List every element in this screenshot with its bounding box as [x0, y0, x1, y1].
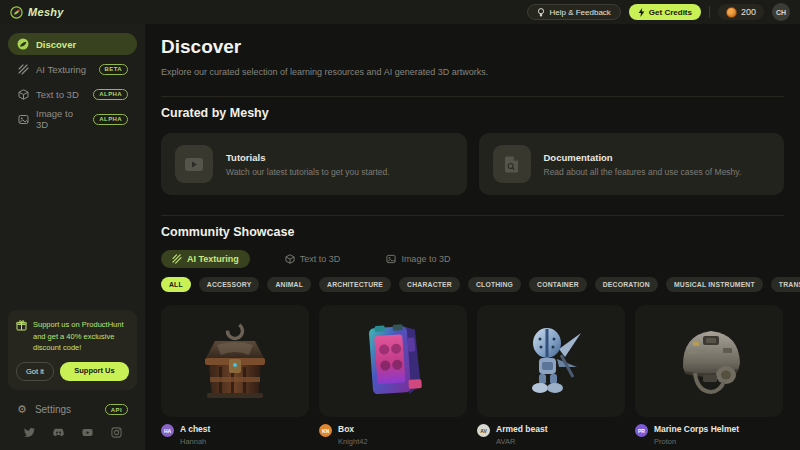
- item-author: AVAR: [496, 437, 548, 446]
- lightbulb-icon: [537, 8, 545, 17]
- image-icon: [17, 113, 29, 125]
- author-avatar[interactable]: PR: [635, 424, 648, 437]
- showcase-item-armed-beast[interactable]: AV Armed beast AVAR: [477, 305, 625, 446]
- filter-animal[interactable]: ANIMAL: [267, 277, 311, 292]
- discover-icon: [17, 38, 29, 50]
- helmet-graphic: [659, 315, 759, 407]
- section-divider: [161, 96, 784, 97]
- tab-label: AI Texturing: [187, 254, 239, 264]
- sidebar-item-label: Discover: [36, 39, 76, 50]
- meshy-app: Meshy Help & Feedback Get Credits 200: [0, 0, 800, 450]
- instagram-icon[interactable]: [111, 427, 122, 438]
- author-avatar[interactable]: KN: [319, 424, 332, 437]
- sidebar: Discover AI Texturing BETA: [0, 24, 145, 450]
- chest-graphic: [185, 315, 285, 407]
- gear-icon: ⚙: [17, 404, 27, 415]
- section-divider: [161, 215, 784, 216]
- settings-label: Settings: [35, 404, 71, 415]
- credits-count: 200: [741, 7, 756, 17]
- sidebar-item-label: Text to 3D: [36, 89, 79, 100]
- support-us-button[interactable]: Support Us: [60, 362, 129, 381]
- tab-image-to-3d[interactable]: Image to 3D: [375, 250, 461, 268]
- item-author: Proton: [654, 437, 739, 446]
- tab-text-to-3d[interactable]: Text to 3D: [274, 250, 352, 268]
- filter-transportation[interactable]: TRANSPORTATION: [771, 277, 800, 292]
- box-thumbnail[interactable]: [319, 305, 467, 417]
- filter-architecture[interactable]: ARCHITECTURE: [319, 277, 391, 292]
- texture-hatch-icon: [17, 63, 29, 75]
- item-title: Marine Corps Helmet: [654, 424, 739, 434]
- get-credits-button[interactable]: Get Credits: [629, 4, 701, 20]
- help-feedback-label: Help & Feedback: [549, 8, 610, 17]
- sidebar-item-ai-texturing[interactable]: AI Texturing BETA: [8, 58, 137, 80]
- social-links: [8, 427, 137, 438]
- beta-badge: BETA: [99, 64, 129, 75]
- alpha-badge: ALPHA: [93, 114, 128, 125]
- filter-container[interactable]: CONTAINER: [529, 277, 587, 292]
- meshy-logo-icon: [10, 6, 23, 19]
- help-feedback-button[interactable]: Help & Feedback: [527, 4, 620, 20]
- lightning-icon: [638, 8, 645, 17]
- got-it-button[interactable]: Got it: [16, 362, 54, 381]
- discord-icon[interactable]: [53, 427, 64, 438]
- tab-label: Text to 3D: [300, 254, 341, 264]
- showcase-tabs: AI Texturing Text to 3D Image to 3D: [161, 250, 784, 268]
- topbar: Meshy Help & Feedback Get Credits 200: [0, 0, 800, 24]
- showcase-item-chest[interactable]: HA A chest Hannah: [161, 305, 309, 446]
- youtube-icon[interactable]: [82, 427, 93, 438]
- tab-label: Image to 3D: [401, 254, 450, 264]
- tutorials-title: Tutorials: [226, 152, 390, 163]
- showcase-item-box[interactable]: KN Box Knight42: [319, 305, 467, 446]
- sidebar-item-image-to-3d[interactable]: Image to 3D ALPHA: [8, 108, 137, 130]
- filter-character[interactable]: CHARACTER: [399, 277, 460, 292]
- showcase-item-helmet[interactable]: PR Marine Corps Helmet Proton: [635, 305, 783, 446]
- armed-beast-graphic: [501, 315, 601, 407]
- producthunt-promo-card: Support us on ProductHunt and get a 40% …: [8, 310, 137, 390]
- filter-musical-instrument[interactable]: MUSICAL INSTRUMENT: [666, 277, 763, 292]
- twitter-icon[interactable]: [24, 427, 35, 438]
- credits-balance[interactable]: 200: [718, 4, 764, 20]
- filter-decoration[interactable]: DECORATION: [595, 277, 658, 292]
- cube-icon: [17, 88, 29, 100]
- alpha-badge: ALPHA: [93, 89, 128, 100]
- page-title: Discover: [161, 36, 784, 58]
- sidebar-item-label: AI Texturing: [36, 64, 86, 75]
- showcase-heading: Community Showcase: [161, 225, 784, 239]
- image-icon: [386, 254, 396, 264]
- gift-icon: [16, 320, 27, 331]
- page-subtitle: Explore our curated selection of learnin…: [161, 67, 784, 77]
- armed-beast-thumbnail[interactable]: [477, 305, 625, 417]
- sidebar-item-settings[interactable]: ⚙ Settings API: [8, 404, 137, 415]
- tutorials-description: Watch our latest tutorials to get you st…: [226, 167, 390, 177]
- curated-heading: Curated by Meshy: [161, 106, 784, 120]
- texture-hatch-icon: [172, 254, 182, 264]
- category-filters: ALL ACCESSORY ANIMAL ARCHITECTURE CHARAC…: [161, 277, 784, 292]
- filter-clothing[interactable]: CLOTHING: [468, 277, 521, 292]
- item-title: Box: [338, 424, 368, 434]
- sidebar-nav: Discover AI Texturing BETA: [0, 24, 145, 142]
- showcase-gallery: HA A chest Hannah: [161, 305, 784, 446]
- author-avatar[interactable]: AV: [477, 424, 490, 437]
- item-author: Hannah: [180, 437, 210, 446]
- tutorials-card[interactable]: Tutorials Watch our latest tutorials to …: [161, 133, 467, 195]
- filter-accessory[interactable]: ACCESSORY: [199, 277, 260, 292]
- main-content: Discover Explore our curated selection o…: [145, 24, 800, 450]
- box-graphic: [343, 315, 443, 407]
- tab-ai-texturing[interactable]: AI Texturing: [161, 250, 250, 268]
- sidebar-item-text-to-3d[interactable]: Text to 3D ALPHA: [8, 83, 137, 105]
- documentation-icon: [493, 145, 531, 183]
- sidebar-item-discover[interactable]: Discover: [8, 33, 137, 55]
- author-avatar[interactable]: HA: [161, 424, 174, 437]
- meshy-logo[interactable]: Meshy: [10, 6, 64, 19]
- chest-thumbnail[interactable]: [161, 305, 309, 417]
- user-avatar[interactable]: CH: [772, 3, 790, 21]
- filter-all[interactable]: ALL: [161, 277, 191, 292]
- documentation-card[interactable]: Documentation Read about all the feature…: [479, 133, 785, 195]
- item-title: A chest: [180, 424, 210, 434]
- coin-icon: [726, 7, 737, 18]
- item-title: Armed beast: [496, 424, 548, 434]
- get-credits-label: Get Credits: [649, 8, 692, 17]
- helmet-thumbnail[interactable]: [635, 305, 783, 417]
- sidebar-item-label: Image to 3D: [36, 108, 86, 130]
- item-author: Knight42: [338, 437, 368, 446]
